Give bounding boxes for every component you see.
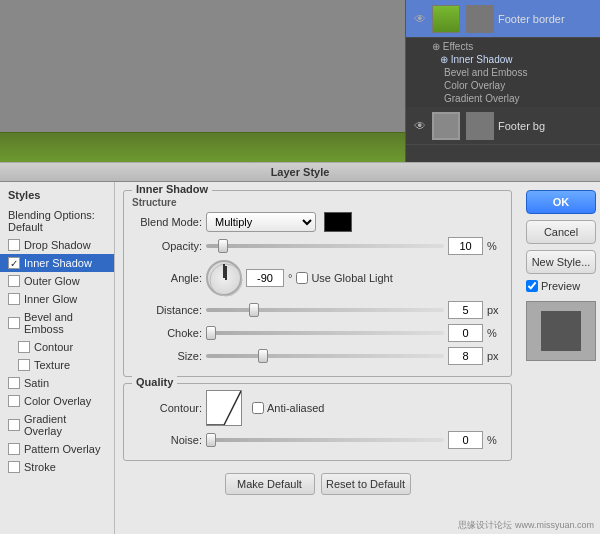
top-panel: 👁 Footer border ⊕ Effects ⊕ Inner Shadow… [0, 0, 600, 162]
opacity-slider-track[interactable] [206, 244, 444, 248]
blend-mode-label: Blend Mode: [132, 216, 202, 228]
structure-label: Structure [132, 197, 503, 208]
sidebar-item-stroke[interactable]: Stroke [0, 458, 114, 476]
size-slider-thumb[interactable] [258, 349, 268, 363]
distance-slider-track[interactable] [206, 308, 444, 312]
reset-to-default-button[interactable]: Reset to Default [321, 473, 411, 495]
effect-color-overlay[interactable]: Color Overlay [432, 79, 594, 92]
texture-checkbox[interactable] [18, 359, 30, 371]
opacity-unit: % [487, 240, 503, 252]
inner-glow-checkbox[interactable] [8, 293, 20, 305]
color-swatch[interactable] [324, 212, 352, 232]
sidebar-item-blending-options[interactable]: Blending Options: Default [0, 206, 114, 236]
noise-slider-thumb[interactable] [206, 433, 216, 447]
sidebar-item-inner-shadow[interactable]: ✓ Inner Shadow [0, 254, 114, 272]
distance-unit: px [487, 304, 503, 316]
sidebar-item-bevel-emboss[interactable]: Bevel and Emboss [0, 308, 114, 338]
inner-shadow-label: Inner Shadow [24, 257, 92, 269]
pattern-overlay-label: Pattern Overlay [24, 443, 100, 455]
choke-slider-track[interactable] [206, 331, 444, 335]
sidebar-item-gradient-overlay[interactable]: Gradient Overlay [0, 410, 114, 440]
inner-shadow-checkbox[interactable]: ✓ [8, 257, 20, 269]
cancel-button[interactable]: Cancel [526, 220, 596, 244]
distance-input[interactable] [448, 301, 483, 319]
satin-checkbox[interactable] [8, 377, 20, 389]
layer-footer-bg[interactable]: 👁 Footer bg [406, 107, 600, 145]
contour-label: Contour [34, 341, 73, 353]
effect-gradient-overlay[interactable]: Gradient Overlay [432, 92, 594, 105]
angle-input[interactable] [246, 269, 284, 287]
satin-label: Satin [24, 377, 49, 389]
make-default-button[interactable]: Make Default [225, 473, 315, 495]
inner-shadow-section-title: Inner Shadow [132, 183, 212, 195]
distance-slider-container [206, 308, 444, 312]
canvas-footer-strip [0, 132, 405, 162]
layer-label-footer-bg: Footer bg [498, 120, 594, 132]
noise-input[interactable] [448, 431, 483, 449]
noise-slider-track[interactable] [206, 438, 444, 442]
choke-slider-container [206, 331, 444, 335]
sidebar-item-pattern-overlay[interactable]: Pattern Overlay [0, 440, 114, 458]
eye-icon[interactable]: 👁 [412, 11, 428, 27]
layer-footer-border[interactable]: 👁 Footer border [406, 0, 600, 38]
main-content: Inner Shadow Structure Blend Mode: Multi… [115, 182, 520, 534]
noise-label: Noise: [132, 434, 202, 446]
stroke-checkbox[interactable] [8, 461, 20, 473]
sidebar-item-contour[interactable]: Contour [0, 338, 114, 356]
sidebar-item-outer-glow[interactable]: Outer Glow [0, 272, 114, 290]
eye-icon-bg[interactable]: 👁 [412, 118, 428, 134]
preview-box [526, 301, 596, 361]
ok-button[interactable]: OK [526, 190, 596, 214]
distance-slider-thumb[interactable] [249, 303, 259, 317]
opacity-slider-container [206, 244, 444, 248]
angle-label: Angle: [132, 272, 202, 284]
blend-mode-row: Blend Mode: Multiply [132, 212, 503, 232]
pattern-overlay-checkbox[interactable] [8, 443, 20, 455]
opacity-label: Opacity: [132, 240, 202, 252]
gradient-overlay-checkbox[interactable] [8, 419, 20, 431]
sidebar-item-texture[interactable]: Texture [0, 356, 114, 374]
preview-label: Preview [541, 280, 580, 292]
preview-checkbox[interactable] [526, 280, 538, 292]
angle-row: Angle: ° Use Global Light [132, 260, 503, 296]
canvas-area [0, 0, 405, 162]
color-overlay-checkbox[interactable] [8, 395, 20, 407]
quality-section: Quality Contour: Anti-aliased Noise: [123, 383, 512, 461]
layer-thumb-footer-border [432, 5, 460, 33]
contour-preview[interactable] [206, 390, 242, 426]
choke-slider-thumb[interactable] [206, 326, 216, 340]
choke-input[interactable] [448, 324, 483, 342]
choke-row: Choke: % [132, 324, 503, 342]
outer-glow-checkbox[interactable] [8, 275, 20, 287]
contour-checkbox[interactable] [18, 341, 30, 353]
watermark: 思缘设计论坛 www.missyuan.com [458, 519, 594, 532]
effect-bevel-emboss[interactable]: Bevel and Emboss [432, 66, 594, 79]
use-global-light-text: Use Global Light [311, 272, 392, 284]
effect-inner-shadow[interactable]: ⊕ Inner Shadow [432, 53, 594, 66]
opacity-input[interactable] [448, 237, 483, 255]
bevel-emboss-checkbox[interactable] [8, 317, 20, 329]
texture-label: Texture [34, 359, 70, 371]
size-slider-container [206, 354, 444, 358]
noise-row: Noise: % [132, 431, 503, 449]
angle-dial[interactable] [206, 260, 242, 296]
opacity-slider-thumb[interactable] [218, 239, 228, 253]
use-global-light-checkbox[interactable] [296, 272, 308, 284]
sidebar-item-satin[interactable]: Satin [0, 374, 114, 392]
anti-aliased-checkbox[interactable] [252, 402, 264, 414]
blend-mode-select[interactable]: Multiply [206, 212, 316, 232]
bevel-emboss-label: Bevel and Emboss [24, 311, 106, 335]
layers-panel: 👁 Footer border ⊕ Effects ⊕ Inner Shadow… [405, 0, 600, 162]
new-style-button[interactable]: New Style... [526, 250, 596, 274]
sidebar-item-inner-glow[interactable]: Inner Glow [0, 290, 114, 308]
preview-inner-box [541, 311, 581, 351]
stroke-label: Stroke [24, 461, 56, 473]
sidebar-item-drop-shadow[interactable]: Drop Shadow [0, 236, 114, 254]
sidebar-item-color-overlay[interactable]: Color Overlay [0, 392, 114, 410]
layer-mask-footer-border [466, 5, 494, 33]
inner-glow-label: Inner Glow [24, 293, 77, 305]
size-input[interactable] [448, 347, 483, 365]
layer-mask-footer-bg [466, 112, 494, 140]
size-slider-track[interactable] [206, 354, 444, 358]
drop-shadow-checkbox[interactable] [8, 239, 20, 251]
